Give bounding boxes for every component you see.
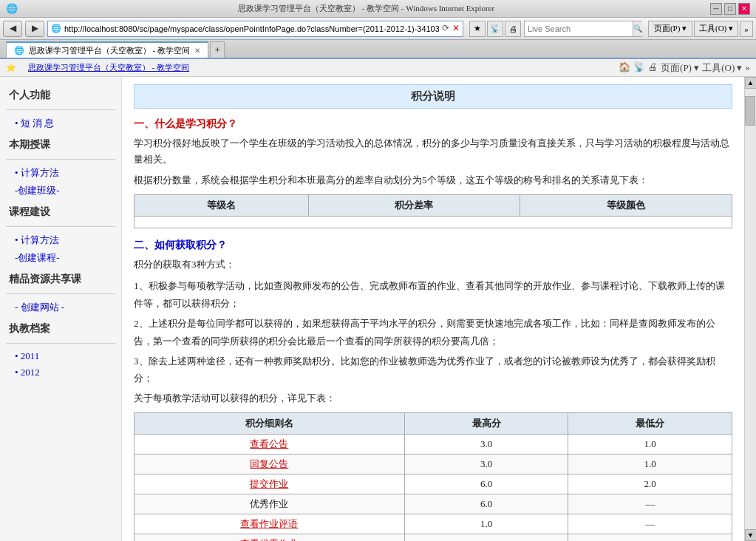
sidebar-section-title-0: 个人功能 [0, 83, 121, 105]
address-bar[interactable]: 🌐 ⟳ ✕ [47, 21, 463, 37]
window-controls[interactable]: ─ □ ✕ [710, 3, 750, 15]
table-row: 回复公告3.01.0 [134, 454, 732, 474]
sidebar-divider-1 [6, 159, 115, 160]
grade-table-header-2: 等级颜色 [520, 195, 732, 217]
sidebar-link-1-1[interactable]: -创建班级- [0, 182, 121, 200]
forward-button[interactable]: ▶ [25, 21, 44, 37]
grade-table: 等级名积分差率等级颜色 [134, 194, 732, 228]
scroll-up-button[interactable]: ▲ [745, 77, 757, 89]
score-row-5-min: — [568, 534, 732, 541]
score-row-3-max: 6.0 [404, 494, 568, 514]
sidebar-link-2-0[interactable]: • 计算方法 [0, 231, 121, 249]
section2-item2: 2、上述积分是每位同学都可以获得的，如果想获得高于平均水平的积分，则需要更快速地… [134, 315, 732, 350]
sidebar-link-4-1[interactable]: • 2012 [0, 364, 121, 381]
section2-item1: 1、积极参与每项教学活动，比如查阅教师发布的公告、完成教师布置的作业、查看其他同… [134, 277, 732, 312]
score-table-header-1: 最高分 [404, 412, 568, 434]
score-row-4-min: — [568, 514, 732, 534]
page-menu-button[interactable]: 页面(P) ▾ [648, 21, 692, 37]
feeds-icon[interactable]: 📡 [487, 21, 503, 37]
score-table-header-2: 最低分 [568, 412, 732, 434]
tools-links-menu[interactable]: 工具(O) ▾ [702, 61, 742, 75]
browser-links-bar: ⭐ 思政课学习管理平台（天空教室） - 教学空间 🏠 📡 🖨 页面(P) ▾ 工… [0, 59, 756, 77]
more-links-icon[interactable]: » [746, 61, 751, 75]
sidebar-section-title-1: 本期授课 [0, 132, 121, 154]
links-bar-icons: 🏠 📡 🖨 页面(P) ▾ 工具(O) ▾ » [619, 61, 750, 75]
section2-intro: 积分的获取有3种方式： [134, 256, 732, 273]
active-tab[interactable]: 🌐 思政课学习管理平台（天空教室） - 教学空间 ✕ [6, 41, 208, 58]
score-row-0-name[interactable]: 查看公告 [134, 434, 405, 454]
tab-favicon: 🌐 [14, 46, 24, 55]
new-tab-button[interactable]: + [210, 41, 225, 58]
extra-menu-button[interactable]: » [740, 21, 753, 37]
table-row: 优秀作业6.0— [134, 494, 732, 514]
score-row-1-min: 1.0 [568, 454, 732, 474]
sidebar-divider-0 [6, 109, 115, 110]
right-scrollbar[interactable]: ▲ ▼ [744, 77, 756, 541]
close-button[interactable]: ✕ [738, 3, 750, 15]
scroll-down-button[interactable]: ▼ [745, 529, 757, 541]
score-row-0-min: 1.0 [568, 434, 732, 454]
score-table-header-0: 积分细则名 [134, 412, 405, 434]
score-row-3-name: 优秀作业 [134, 494, 405, 514]
search-button[interactable]: 🔍 [633, 21, 642, 36]
refresh-icon[interactable]: ⟳ [442, 23, 449, 34]
sidebar-link-0-0[interactable]: • 短 消 息 [0, 115, 121, 132]
browser-tabs: 🌐 思政课学习管理平台（天空教室） - 教学空间 ✕ + [0, 40, 756, 59]
table-row: 查看公告3.01.0 [134, 434, 732, 454]
sidebar-divider-4 [6, 343, 115, 344]
url-input[interactable] [64, 24, 439, 33]
tab-label: 思政课学习管理平台（天空教室） - 教学空间 [29, 45, 190, 56]
print-icon[interactable]: 🖨 [505, 21, 521, 37]
score-row-3-min: — [568, 494, 732, 514]
score-row-5-name[interactable]: 查看优秀作业 [134, 534, 405, 541]
score-row-2-name[interactable]: 提交作业 [134, 474, 405, 494]
tools-menu-button[interactable]: 工具(O) ▾ [694, 21, 738, 37]
rss-icon[interactable]: 📡 [633, 61, 645, 75]
breadcrumb-link[interactable]: 思政课学习管理平台（天空教室） - 教学空间 [28, 62, 189, 73]
back-button[interactable]: ◀ [3, 21, 22, 37]
section1-para2: 根据积分数量，系统会根据学生积分和本班最高分的差率自动划分为5个等级，这五个等级… [134, 172, 732, 188]
score-row-4-name[interactable]: 查看作业评语 [134, 514, 405, 534]
main-container: 个人功能• 短 消 息本期授课• 计算方法-创建班级-课程建设• 计算方法-创建… [0, 77, 756, 541]
page-links-menu[interactable]: 页面(P) ▾ [661, 61, 699, 75]
favorites-star-icon[interactable]: ⭐ [6, 63, 16, 72]
favorites-icon[interactable]: ★ [469, 21, 486, 37]
table-row: 提交作业6.02.0 [134, 474, 732, 494]
table-row: 查看作业评语1.0— [134, 514, 732, 534]
sidebar-link-3-0[interactable]: - 创建网站 - [0, 299, 121, 316]
grade-table-header-0: 等级名 [134, 195, 309, 217]
print-links-icon[interactable]: 🖨 [648, 61, 658, 75]
score-row-2-min: 2.0 [568, 474, 732, 494]
page-title: 积分说明 [134, 84, 732, 109]
score-row-4-max: 1.0 [404, 514, 568, 534]
browser-toolbar: ◀ ▶ 🌐 ⟳ ✕ ★ 📡 🖨 🔍 页面(P) ▾ 工具(O) ▾ » [0, 18, 756, 40]
search-bar[interactable]: 🔍 [524, 21, 642, 37]
sidebar-link-1-0[interactable]: • 计算方法 [0, 164, 121, 182]
score-row-2-max: 6.0 [404, 474, 568, 494]
section1-heading: 一、什么是学习积分？ [134, 118, 732, 131]
tab-close-button[interactable]: ✕ [194, 47, 200, 55]
sidebar-section-title-2: 课程建设 [0, 200, 121, 222]
restore-button[interactable]: □ [724, 3, 736, 15]
scroll-track[interactable] [745, 89, 756, 529]
grade-table-header-1: 积分差率 [308, 195, 520, 217]
score-row-1-name[interactable]: 回复公告 [134, 454, 405, 474]
section1-para1: 学习积分很好地反映了一个学生在班级的学习活动投入的总体情况，积分的多少与学习质量… [134, 135, 732, 168]
search-input[interactable] [525, 24, 633, 33]
browser-titlebar: 🌐 思政课学习管理平台（天空教室） - 教学空间 - Windows Inter… [0, 0, 756, 18]
sidebar-section-title-3: 精品资源共享课 [0, 267, 121, 289]
browser-title: 思政课学习管理平台（天空教室） - 教学空间 - Windows Interne… [22, 3, 710, 14]
section2-item3: 3、除去上述两种途径，还有一种教师奖励积分。比如您的作业被教师选为优秀作业了，或… [134, 353, 732, 387]
minimize-button[interactable]: ─ [710, 3, 722, 15]
table-row: 查看优秀作业1.0— [134, 534, 732, 541]
stop-icon[interactable]: ✕ [452, 23, 460, 34]
sidebar-divider-3 [6, 293, 115, 294]
section2-ending: 关于每项教学活动可以获得的积分，详见下表： [134, 390, 732, 406]
scroll-thumb[interactable] [745, 96, 755, 126]
home-icon[interactable]: 🏠 [619, 61, 630, 75]
sidebar-link-4-0[interactable]: • 2011 [0, 348, 121, 364]
sidebar-link-2-1[interactable]: -创建课程- [0, 249, 121, 267]
content-area: 积分说明 一、什么是学习积分？ 学习积分很好地反映了一个学生在班级的学习活动投入… [122, 77, 744, 541]
score-row-1-max: 3.0 [404, 454, 568, 474]
score-table: 积分细则名最高分最低分 查看公告3.01.0回复公告3.01.0提交作业6.02… [134, 412, 732, 541]
